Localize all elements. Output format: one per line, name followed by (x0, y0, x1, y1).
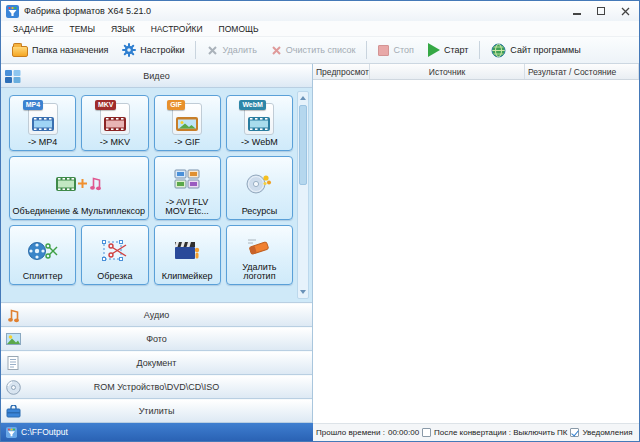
button-label: -> MKV (83, 138, 146, 148)
section-label: Утилиты (25, 406, 288, 416)
resources-button[interactable]: Ресурсы (226, 156, 293, 220)
sidebar: Видео MP4 -> MP4 MKV (1, 64, 313, 423)
button-label: Ресурсы (228, 207, 291, 217)
button-label: -> AVI FLV MOV Etc... (156, 198, 219, 217)
stop-button[interactable]: Стоп (372, 42, 419, 59)
task-table-body[interactable] (313, 80, 639, 423)
convert-to-mp4-button[interactable]: MP4 -> MP4 (9, 95, 76, 151)
button-label: -> MP4 (11, 138, 74, 148)
convert-to-webm-button[interactable]: WebM -> WebM (226, 95, 293, 151)
scroll-up-icon[interactable] (298, 92, 308, 104)
main-area: Видео MP4 -> MP4 MKV (1, 64, 639, 423)
merge-mux-icon (56, 160, 101, 207)
app-icon (6, 427, 17, 438)
clear-list-button[interactable]: Очистить список (265, 42, 362, 59)
webm-file-icon: WebM (244, 103, 274, 135)
grid-scrollbar[interactable] (297, 91, 309, 299)
maximize-icon[interactable] (589, 1, 613, 21)
section-label: Фото (25, 334, 288, 344)
task-table-header: Предпросмотр Источник Результат / Состоя… (313, 64, 639, 80)
sidebar-section-utilities[interactable]: Утилиты (1, 399, 312, 423)
play-icon (428, 43, 440, 57)
shutdown-after-conversion-label: После конвертации : Выключить ПК (434, 428, 567, 437)
disc-icon (1, 380, 25, 395)
button-label: Сплиттер (11, 272, 74, 282)
button-label: Удалить логотип (228, 263, 291, 282)
sidebar-section-photo[interactable]: Фото (1, 327, 312, 351)
app-icon (6, 5, 19, 18)
settings-label: Настройки (140, 45, 184, 55)
disc-flowers-icon (246, 160, 272, 207)
output-folder-status[interactable]: C:\FFOutput (1, 423, 313, 441)
menu-themes[interactable]: ТЕМЫ (61, 23, 102, 35)
section-label: Документ (25, 358, 288, 368)
gif-file-icon: GIF (172, 103, 202, 135)
menubar: ЗАДАНИЕ ТЕМЫ ЯЗЫК НАСТРОЙКИ ПОМОЩЬ (1, 21, 639, 37)
menu-task[interactable]: ЗАДАНИЕ (5, 23, 61, 35)
menu-settings[interactable]: НАСТРОЙКИ (143, 23, 211, 35)
sidebar-section-video[interactable]: Видео (1, 64, 312, 88)
column-preview[interactable]: Предпросмотр (313, 64, 370, 79)
remove-logo-button[interactable]: Удалить логотип (226, 225, 293, 285)
delete-x-icon (207, 45, 218, 56)
start-label: Старт (444, 45, 468, 55)
minimize-icon[interactable] (565, 1, 589, 21)
button-label: -> WebM (228, 138, 291, 148)
shutdown-after-conversion-checkbox[interactable] (422, 428, 431, 437)
mp4-file-icon: MP4 (28, 103, 58, 135)
sidebar-section-rom-device[interactable]: ROM Устройство\DVD\CD\ISO (1, 375, 312, 399)
titlebar: Фабрика форматов X64 5.21.0 (1, 1, 639, 21)
video-category-icon (1, 70, 25, 83)
website-button[interactable]: Сайт программы (485, 40, 586, 61)
task-list-panel: Предпросмотр Источник Результат / Состоя… (313, 64, 639, 423)
website-label: Сайт программы (510, 45, 580, 55)
sidebar-section-audio[interactable]: Аудио (1, 303, 312, 327)
formats-grid-icon (174, 160, 200, 198)
button-label: Клипмейкер (156, 272, 219, 282)
status-right: Прошло времени : 00:00:00 После конверта… (313, 423, 639, 441)
toolbar-separator (366, 41, 367, 59)
reel-scissors-icon (28, 229, 58, 272)
column-source[interactable]: Источник (370, 64, 525, 79)
mkv-file-icon: MKV (100, 103, 130, 135)
start-button[interactable]: Старт (422, 40, 474, 60)
column-result[interactable]: Результат / Состояние (525, 64, 639, 79)
sidebar-section-document[interactable]: Документ (1, 351, 312, 375)
section-label: ROM Устройство\DVD\CD\ISO (25, 382, 288, 392)
merge-mux-button[interactable]: Объединение & Мультиплексор (9, 156, 149, 220)
menu-language[interactable]: ЯЗЫК (103, 23, 143, 35)
convert-to-gif-button[interactable]: GIF -> GIF (154, 95, 221, 151)
document-icon (1, 356, 25, 370)
settings-button[interactable]: Настройки (116, 40, 190, 60)
scroll-down-icon[interactable] (298, 286, 308, 298)
toolbar: Папка назначения Настройки Удалить Оч (1, 37, 639, 64)
stop-label: Стоп (393, 45, 413, 55)
crop-button[interactable]: Обрезка (81, 225, 148, 285)
convert-to-avi-flv-mov-button[interactable]: -> AVI FLV MOV Etc... (154, 156, 221, 220)
clipmaker-button[interactable]: Клипмейкер (154, 225, 221, 285)
section-label: Видео (25, 71, 288, 81)
crop-scissors-icon (102, 229, 128, 272)
button-label: Объединение & Мультиплексор (11, 207, 147, 217)
menu-help[interactable]: ПОМОЩЬ (211, 23, 267, 35)
globe-icon (491, 43, 506, 58)
music-note-icon (1, 308, 25, 323)
button-label: Обрезка (83, 272, 146, 282)
stop-icon (378, 45, 389, 56)
delete-button[interactable]: Удалить (201, 42, 262, 59)
window-title: Фабрика форматов X64 5.21.0 (24, 6, 151, 16)
close-icon[interactable] (613, 1, 637, 21)
plus-icon (78, 179, 87, 188)
eraser-icon (245, 229, 273, 263)
convert-to-mkv-button[interactable]: MKV -> MKV (81, 95, 148, 151)
clear-x-icon (271, 45, 282, 56)
elapsed-time-label: Прошло времени : (316, 428, 385, 437)
destination-folder-button[interactable]: Папка назначения (6, 40, 114, 60)
video-converters-grid: MP4 -> MP4 MKV -> MKV (1, 88, 312, 303)
notifications-label: Уведомления (582, 428, 632, 437)
scrollbar-thumb[interactable] (299, 105, 307, 185)
splitter-button[interactable]: Сплиттер (9, 225, 76, 285)
clear-list-label: Очистить список (286, 45, 356, 55)
notifications-checkbox[interactable] (570, 428, 579, 437)
music-note-icon (89, 176, 101, 191)
